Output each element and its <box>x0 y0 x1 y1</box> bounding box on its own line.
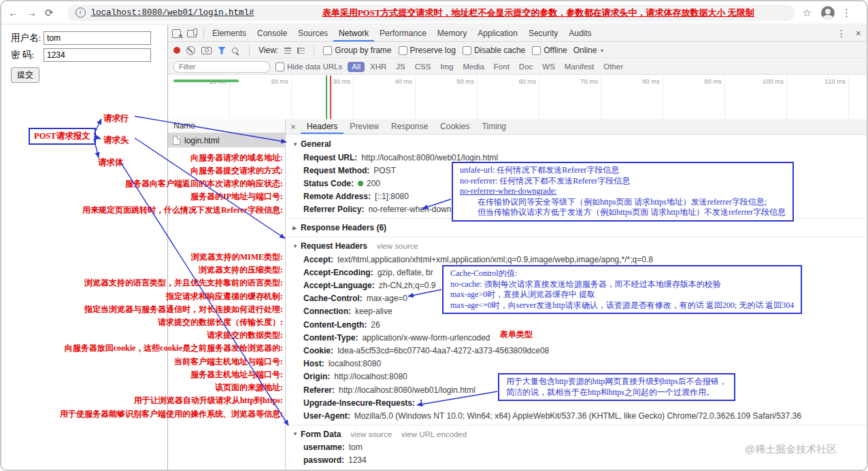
password-row: 密 码: <box>11 48 167 62</box>
divider <box>314 46 314 56</box>
param-name: password: <box>303 455 344 465</box>
url-text: localhost:8080/web01/login.html# <box>91 8 254 18</box>
devtools-tab[interactable]: Security <box>523 25 563 41</box>
devtools-tab[interactable]: Audits <box>563 25 597 41</box>
header-value: http://localhost:8080 <box>334 372 407 381</box>
disclosure-triangle-icon[interactable]: ▼ <box>293 431 301 437</box>
disclosure-triangle-icon[interactable]: ▶ <box>293 225 301 231</box>
detail-tab-bar: × HeadersPreviewResponseCookiesTiming <box>286 119 867 135</box>
inspect-element-icon[interactable] <box>172 29 181 38</box>
timeline-tick: 50 ms <box>416 75 478 119</box>
header-row: Content-Type:application/x-www-form-urle… <box>286 331 867 344</box>
resource-type-pill[interactable]: CSS <box>411 62 435 72</box>
detail-tab[interactable]: Headers <box>301 119 344 134</box>
capture-screenshots-icon[interactable] <box>201 47 212 54</box>
close-detail-icon[interactable]: × <box>286 122 301 132</box>
checkbox-icon[interactable] <box>532 46 541 55</box>
network-overview[interactable]: 10 ms20 ms30 ms40 ms50 ms60 ms70 ms80 ms… <box>168 75 867 120</box>
section-title: General <box>301 139 331 149</box>
disclosure-triangle-icon[interactable]: ▼ <box>293 243 301 249</box>
address-bar[interactable]: i localhost:8080/web01/login.html# 表单采用P… <box>67 5 795 21</box>
toolbar-checkbox[interactable]: Disable cache <box>463 46 525 55</box>
checkbox-icon[interactable] <box>276 63 284 71</box>
detail-tab[interactable]: Timing <box>475 119 512 134</box>
header-row: Accept:text/html,application/xhtml+xml,a… <box>286 253 867 266</box>
clear-icon[interactable] <box>186 46 195 55</box>
name-column-header[interactable]: Name <box>168 119 285 133</box>
form-data-row: password:1234 <box>286 454 867 467</box>
header-row: User-Agent:Mozilla/5.0 (Windows NT 10.0;… <box>286 409 867 422</box>
browser-window: ← → ⟳ i localhost:8080/web01/login.html#… <box>0 0 868 471</box>
devtools-tab[interactable]: Sources <box>293 25 333 41</box>
device-toolbar-icon[interactable] <box>187 30 197 37</box>
checkbox-icon[interactable] <box>399 46 407 55</box>
detail-tab[interactable]: Response <box>385 119 434 134</box>
forward-icon[interactable]: → <box>27 7 37 18</box>
chevron-down-icon: ▼ <box>599 48 604 53</box>
hide-data-urls-checkbox[interactable]: Hide data URLs <box>276 63 342 71</box>
username-input[interactable] <box>44 31 151 45</box>
request-row[interactable]: login.html <box>168 133 285 147</box>
headers-content: ▼ General Request URL:http://localhost:8… <box>286 135 867 470</box>
checkbox-icon[interactable] <box>323 46 332 55</box>
throttling-dropdown[interactable]: Online ▼ <box>573 46 605 55</box>
resource-type-pill[interactable]: WS <box>538 62 559 72</box>
password-input[interactable] <box>44 48 151 62</box>
profile-avatar[interactable] <box>821 6 835 20</box>
section-title: Response Headers (6) <box>301 223 386 232</box>
devtools-tab[interactable]: Memory <box>432 25 472 41</box>
detail-tab[interactable]: Preview <box>344 119 385 134</box>
waterfall-view-icon[interactable] <box>297 48 305 54</box>
checkbox-label: Disable cache <box>474 46 525 55</box>
page-info-icon[interactable]: i <box>76 7 86 18</box>
toolbar-checkbox[interactable]: Offline <box>532 46 567 55</box>
filter-input[interactable] <box>173 61 270 73</box>
devtools-overflow-icon[interactable]: ⋮ <box>837 28 846 39</box>
devtools-tab[interactable]: Console <box>252 25 293 41</box>
timeline-tick: 80 ms <box>601 75 663 119</box>
view-label: View: <box>258 46 278 55</box>
resource-type-pill[interactable]: JS <box>392 62 409 72</box>
back-icon[interactable]: ← <box>8 7 18 18</box>
browser-menu-icon[interactable]: ⋮ <box>841 7 852 19</box>
devtools-tab[interactable]: Performance <box>374 25 432 41</box>
toolbar-checkbox[interactable]: Group by frame <box>323 46 391 55</box>
toolbar-checkbox[interactable]: Preserve log <box>399 46 456 55</box>
filter-funnel-icon[interactable] <box>218 47 226 54</box>
devtools-tab[interactable]: Application <box>472 25 523 41</box>
header-name: Connection: <box>303 307 351 316</box>
devtools-tab[interactable]: Elements <box>207 25 252 41</box>
resource-type-pill[interactable]: Doc <box>515 62 537 72</box>
submit-button[interactable]: 提交 <box>11 67 39 83</box>
header-row: Origin:http://localhost:8080 <box>286 370 867 383</box>
resource-type-pill[interactable]: All <box>348 62 365 72</box>
resource-type-pill[interactable]: Img <box>436 62 457 72</box>
disclosure-triangle-icon[interactable]: ▼ <box>293 141 301 147</box>
record-icon[interactable] <box>173 47 180 54</box>
throttling-value: Online <box>573 46 597 55</box>
detail-tab[interactable]: Cookies <box>434 119 475 134</box>
resource-type-pill[interactable]: XHR <box>366 62 390 72</box>
document-icon <box>173 136 180 145</box>
resource-type-pill[interactable]: Manifest <box>561 62 598 72</box>
devtools-tab[interactable]: Network <box>333 25 374 41</box>
view-url-encoded-link[interactable]: view URL encoded <box>401 430 467 438</box>
resource-type-pill[interactable]: Font <box>490 62 514 72</box>
view-source-link[interactable]: view source <box>350 430 392 438</box>
header-name: Host: <box>303 359 324 368</box>
header-row: Referrer Policy:no-referrer-when-downgra… <box>286 203 867 216</box>
resource-type-pill[interactable]: Media <box>459 62 488 72</box>
bookmark-star-icon[interactable]: ☆ <box>803 7 812 19</box>
header-row: Cookie:Idea-a5cf53cd=6bc07740-4aa7-4272-… <box>286 344 867 357</box>
devtools-close-icon[interactable]: × <box>856 28 861 39</box>
checkbox-icon[interactable] <box>463 46 471 55</box>
reload-icon[interactable]: ⟳ <box>45 7 54 19</box>
timeline-tick: 90 ms <box>663 75 725 119</box>
view-source-link[interactable]: view source <box>377 242 418 250</box>
section-title: Form Data <box>301 430 341 439</box>
list-view-icon[interactable] <box>284 48 291 54</box>
timeline-tick: 110 ms <box>787 75 849 119</box>
resource-type-pill[interactable]: Other <box>599 62 627 72</box>
timeline-tick: 40 ms <box>354 75 416 119</box>
search-icon[interactable] <box>232 48 238 54</box>
